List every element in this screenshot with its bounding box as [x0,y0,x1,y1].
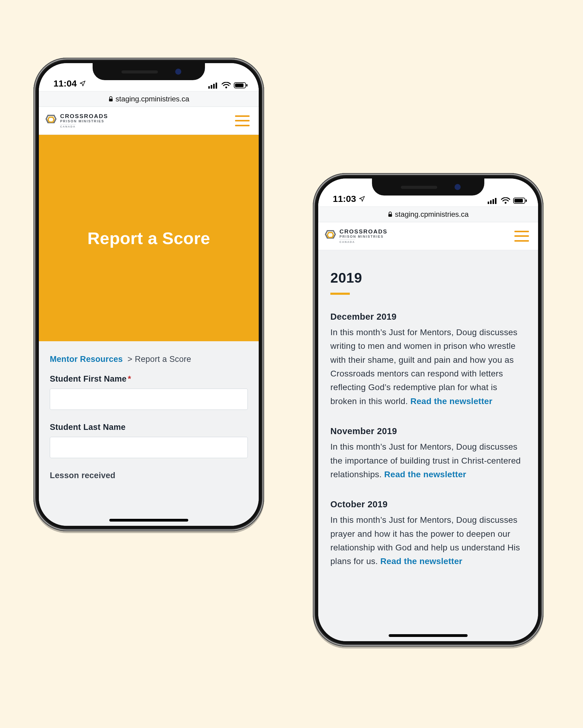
entry-body: In this month’s Just for Mentors, Doug d… [330,440,526,481]
brand-line3: CANADA [339,239,355,243]
menu-button[interactable] [514,231,529,242]
input-student-first-name[interactable] [50,389,248,410]
wifi-icon [222,82,231,89]
menu-button[interactable] [235,115,250,126]
location-icon [359,196,365,202]
site-header: CROSSROADS PRISON MINISTRIES CANADA [39,107,259,135]
page-hero: Report a Score [39,135,259,341]
brand-mark-icon [45,114,57,128]
form-body: Mentor Resources > Report a Score Studen… [39,341,259,526]
label-student-last-name: Student Last Name [50,423,248,432]
browser-address-bar[interactable]: staging.cpministries.ca [318,206,538,222]
svg-rect-7 [246,84,248,86]
newsletter-archive: 2019 December 2019 In this month’s Just … [318,250,538,641]
svg-rect-6 [235,83,244,87]
entry-body: In this month’s Just for Mentors, Doug d… [330,513,526,568]
svg-marker-10 [48,117,54,122]
svg-point-15 [505,202,506,204]
lock-icon [388,212,392,217]
field-student-first-name: Student First Name* [50,374,248,410]
svg-rect-17 [514,199,523,203]
svg-rect-18 [526,200,527,202]
brand-line1: CROSSROADS [60,113,108,119]
entry-title: October 2019 [330,499,526,510]
brand-logo[interactable]: CROSSROADS PRISON MINISTRIES CANADA [324,229,387,244]
battery-icon [234,82,248,89]
device-notch [372,179,484,196]
status-time: 11:03 [333,194,356,204]
phone-mockup-newsletter-archive: 11:03 staging.cpministr [313,173,543,647]
phone-mockup-report-score: 11:04 staging.cpministr [33,58,264,531]
cell-signal-icon [488,197,498,204]
lock-icon [108,96,113,102]
input-student-last-name[interactable] [50,437,248,458]
brand-line1: CROSSROADS [339,229,387,234]
newsletter-entry: December 2019 In this month’s Just for M… [330,312,526,408]
brand-line2: PRISON MINISTRIES [60,120,108,123]
status-time: 11:04 [53,78,77,89]
brand-mark-icon [324,230,336,243]
read-newsletter-link[interactable]: Read the newsletter [380,556,462,566]
brand-line2: PRISON MINISTRIES [339,235,387,238]
entry-body: In this month’s Just for Mentors, Doug d… [330,326,526,408]
field-student-last-name: Student Last Name [50,423,248,458]
heading-underline [330,293,350,295]
browser-address-bar[interactable]: staging.cpministries.ca [39,91,259,107]
breadcrumb: Mentor Resources > Report a Score [50,355,248,364]
wifi-icon [501,197,510,204]
home-indicator[interactable] [389,634,467,637]
svg-rect-1 [211,85,212,89]
brand-logo[interactable]: CROSSROADS PRISON MINISTRIES CANADA [45,113,108,128]
svg-rect-14 [495,198,497,204]
screen: 11:04 staging.cpministr [39,63,259,526]
svg-rect-12 [490,200,491,204]
svg-rect-19 [388,214,392,217]
newsletter-entry: October 2019 In this month’s Just for Me… [330,499,526,568]
entry-title: December 2019 [330,312,526,322]
read-newsletter-link[interactable]: Read the newsletter [384,470,466,479]
screen: 11:03 staging.cpministr [318,179,538,641]
label-lesson-received: Lesson received [50,471,248,480]
svg-rect-3 [216,83,217,89]
label-student-first-name: Student First Name* [50,374,248,384]
battery-icon [513,197,527,204]
brand-line3: CANADA [60,124,76,128]
required-asterisk: * [128,374,131,384]
device-notch [93,63,205,80]
svg-rect-13 [492,199,494,204]
archive-year-heading: 2019 [330,269,526,286]
brand-text: CROSSROADS PRISON MINISTRIES CANADA [60,113,108,128]
svg-point-4 [225,86,227,88]
svg-rect-8 [109,99,113,101]
home-indicator[interactable] [109,519,188,522]
site-header: CROSSROADS PRISON MINISTRIES CANADA [318,222,538,250]
address-url: staging.cpministries.ca [395,210,469,218]
breadcrumb-root-link[interactable]: Mentor Resources [50,355,123,364]
svg-rect-2 [213,84,215,89]
svg-rect-0 [208,86,210,89]
breadcrumb-separator [125,355,128,364]
entry-title: November 2019 [330,426,526,436]
cell-signal-icon [208,82,219,89]
svg-rect-11 [488,202,489,204]
address-url: staging.cpministries.ca [116,95,189,103]
read-newsletter-link[interactable]: Read the newsletter [410,396,492,406]
svg-marker-21 [327,233,333,237]
page-title: Report a Score [87,228,210,248]
newsletter-entry: November 2019 In this month’s Just for M… [330,426,526,481]
brand-text: CROSSROADS PRISON MINISTRIES CANADA [339,229,387,244]
location-icon [79,80,86,87]
